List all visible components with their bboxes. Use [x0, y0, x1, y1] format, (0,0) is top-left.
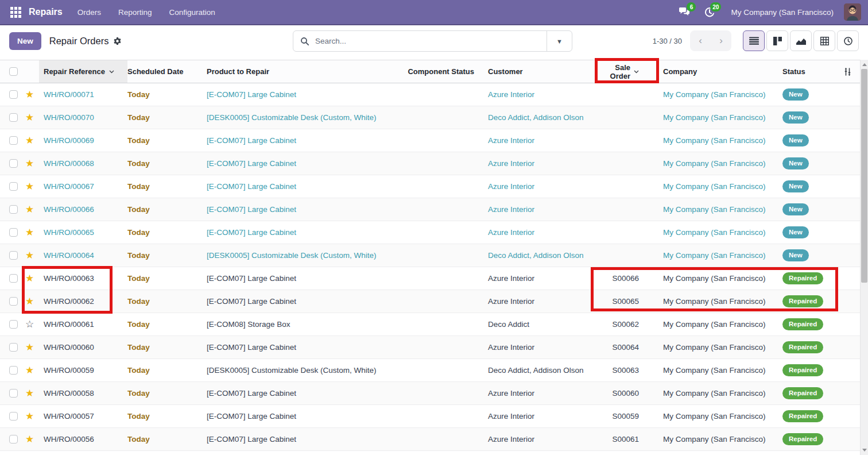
star-filled-icon[interactable]: ★ [25, 113, 34, 122]
optional-columns-icon[interactable] [843, 67, 852, 76]
menu-configuration[interactable]: Configuration [169, 8, 215, 17]
row-checkbox[interactable] [9, 90, 18, 99]
table-row[interactable]: ★WH/RO/00057Today[E-COM07] Large Cabinet… [0, 405, 860, 428]
table-row[interactable]: ★WH/RO/00066Today[E-COM07] Large Cabinet… [0, 198, 860, 221]
column-header-component-status[interactable]: Component Status [405, 60, 474, 83]
star-empty-icon[interactable]: ☆ [25, 319, 34, 329]
status-badge: New [782, 88, 809, 100]
row-checkbox[interactable] [9, 297, 18, 306]
customer-cell: Deco Addict, Addison Olson [474, 251, 597, 260]
row-checkbox[interactable] [9, 274, 18, 283]
row-checkbox[interactable] [9, 435, 18, 444]
product-cell: [E-COM07] Large Cabinet [207, 435, 405, 444]
status-cell: New [772, 134, 838, 146]
activities-button[interactable]: 20 [702, 5, 717, 20]
company-switcher[interactable]: My Company (San Francisco) [731, 8, 834, 17]
table-row[interactable]: ★WH/RO/00070Today[DESK0005] Customizable… [0, 106, 860, 129]
star-filled-icon[interactable]: ★ [25, 90, 34, 99]
row-checkbox[interactable] [9, 205, 18, 214]
row-checkbox[interactable] [9, 228, 18, 237]
table-row[interactable]: ★WH/RO/00056Today[E-COM07] Large Cabinet… [0, 428, 860, 451]
scroll-down-arrow[interactable] [862, 449, 867, 452]
sale-order-cell: S00061 [597, 435, 652, 444]
column-header-status[interactable]: Status [772, 60, 838, 83]
column-header-company[interactable]: Company [652, 60, 772, 83]
star-filled-icon[interactable]: ★ [25, 388, 34, 398]
row-checkbox[interactable] [9, 343, 18, 352]
search-input[interactable] [315, 37, 547, 45]
star-filled-icon[interactable]: ★ [25, 296, 34, 306]
column-header-product[interactable]: Product to Repair [207, 60, 405, 83]
search-dropdown-toggle[interactable]: ▼ [547, 31, 572, 51]
vertical-scrollbar[interactable] [860, 60, 868, 455]
table-row[interactable]: ☆WH/RO/00061Today[E-COM08] Storage BoxDe… [0, 313, 860, 336]
star-filled-icon[interactable]: ★ [25, 205, 34, 214]
pager-next-button[interactable]: › [711, 30, 731, 51]
star-cell: ★ [25, 250, 39, 260]
star-filled-icon[interactable]: ★ [25, 159, 34, 168]
row-checkbox[interactable] [9, 320, 18, 329]
company-cell: My Company (San Francisco) [652, 343, 772, 352]
row-checkbox[interactable] [9, 389, 18, 398]
row-checkbox[interactable] [9, 412, 18, 421]
star-filled-icon[interactable]: ★ [25, 250, 34, 260]
row-checkbox[interactable] [9, 113, 18, 122]
star-filled-icon[interactable]: ★ [25, 228, 34, 237]
table-row[interactable]: ★WH/RO/00059Today[DESK0005] Customizable… [0, 359, 860, 382]
user-avatar[interactable] [844, 3, 861, 21]
row-checkbox[interactable] [9, 182, 18, 191]
star-filled-icon[interactable]: ★ [25, 182, 34, 191]
repair-reference-cell: WH/RO/00057 [39, 412, 127, 421]
messages-button[interactable]: 6 [677, 5, 692, 20]
row-checkbox[interactable] [9, 366, 18, 375]
pager-range: 1-30 / 30 [653, 37, 682, 45]
star-filled-icon[interactable]: ★ [25, 136, 34, 145]
star-filled-icon[interactable]: ★ [25, 365, 34, 375]
app-name[interactable]: Repairs [29, 7, 63, 17]
new-button[interactable]: New [9, 32, 41, 50]
menu-reporting[interactable]: Reporting [118, 8, 152, 17]
table-row[interactable]: ★WH/RO/00064Today[DESK0005] Customizable… [0, 244, 860, 267]
table-row[interactable]: ★WH/RO/00071Today[E-COM07] Large Cabinet… [0, 83, 860, 106]
star-filled-icon[interactable]: ★ [25, 434, 34, 444]
column-header-scheduled-date[interactable]: Scheduled Date [127, 60, 207, 83]
gear-icon[interactable] [113, 37, 122, 45]
view-list-button[interactable] [743, 30, 765, 51]
view-pivot-button[interactable] [813, 30, 835, 51]
table-row[interactable]: ★WH/RO/00065Today[E-COM07] Large Cabinet… [0, 221, 860, 244]
star-filled-icon[interactable]: ★ [25, 273, 34, 283]
breadcrumb: Repair Orders [49, 36, 122, 47]
company-cell: My Company (San Francisco) [652, 251, 772, 260]
row-checkbox[interactable] [9, 159, 18, 168]
star-cell: ★ [25, 411, 39, 421]
table-row[interactable]: ★WH/RO/00060Today[E-COM07] Large Cabinet… [0, 336, 860, 359]
repair-reference-cell: WH/RO/00059 [39, 366, 127, 375]
view-kanban-button[interactable] [766, 30, 788, 51]
star-filled-icon[interactable]: ★ [25, 411, 34, 421]
pager-previous-button[interactable]: ‹ [690, 30, 711, 51]
star-filled-icon[interactable]: ★ [25, 342, 34, 352]
select-all-checkbox[interactable] [9, 67, 18, 76]
status-cell: New [772, 203, 838, 215]
table-row[interactable]: ★WH/RO/00063Today[E-COM07] Large Cabinet… [0, 267, 860, 290]
apps-menu-button[interactable] [7, 3, 24, 21]
table-row[interactable]: ★WH/RO/00067Today[E-COM07] Large Cabinet… [0, 175, 860, 198]
row-checkbox[interactable] [9, 251, 18, 260]
table-row[interactable]: ★WH/RO/00068Today[E-COM07] Large Cabinet… [0, 152, 860, 175]
status-cell: Repaired [772, 295, 838, 307]
table-row[interactable]: ★WH/RO/00062Today[E-COM07] Large Cabinet… [0, 290, 860, 313]
column-header-sale-order[interactable]: Sale Order [597, 60, 652, 83]
column-header-customer[interactable]: Customer [474, 60, 597, 83]
column-header-repair-reference[interactable]: Repair Reference [39, 60, 127, 83]
table-row[interactable]: ★WH/RO/00058Today[E-COM07] Large Cabinet… [0, 382, 860, 405]
pivot-view-icon [820, 37, 829, 45]
view-graph-button[interactable] [790, 30, 812, 51]
view-activity-button[interactable] [837, 30, 859, 51]
row-checkbox[interactable] [9, 136, 18, 145]
menu-orders[interactable]: Orders [78, 8, 101, 17]
scrollbar-thumb[interactable] [861, 69, 867, 283]
table-row[interactable]: ★WH/RO/00069Today[E-COM07] Large Cabinet… [0, 129, 860, 152]
product-cell: [DESK0005] Customizable Desk (Custom, Wh… [207, 251, 405, 260]
scroll-up-arrow[interactable] [862, 63, 867, 66]
row-checkbox-cell [0, 182, 25, 191]
